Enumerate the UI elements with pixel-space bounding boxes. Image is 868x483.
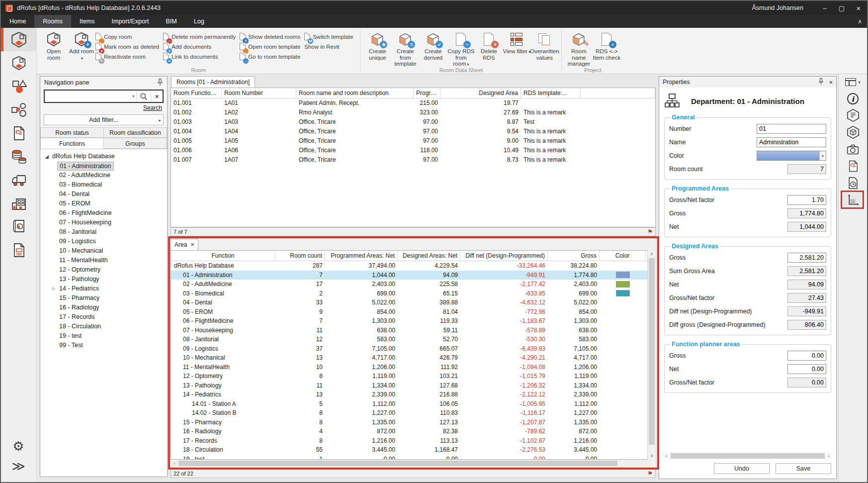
clear-search-icon[interactable]: × [151, 92, 163, 100]
attachments-tab[interactable] [839, 158, 867, 175]
tree-item-13-pathology[interactable]: 13 - Pathology [40, 275, 167, 284]
color-dropdown-icon[interactable]: ▾ [819, 151, 826, 160]
programmed-factor-input[interactable] [787, 195, 826, 205]
link-to-documents-button[interactable]: ∞Link to documents [163, 52, 236, 62]
view-filter-button[interactable]: View filter▾ [503, 30, 530, 56]
area-row[interactable]: 11 - MentalHealth101,206.00111.92-1,094.… [171, 363, 655, 372]
column-designed-net[interactable]: Designed Areas: Net [398, 251, 460, 261]
table-row[interactable]: 01.0011A01Patient Admin. Recept.215.0019… [171, 98, 655, 108]
tree-item-19-test[interactable]: 19 - test [40, 331, 167, 341]
sidebar-item-catalog[interactable] [1, 215, 36, 238]
sidebar-item-item-groups[interactable] [1, 98, 36, 121]
tab-room-status[interactable]: Room status [40, 127, 104, 138]
area-row[interactable]: 19 - test10.000.000.000.00 [171, 455, 655, 460]
collapsed-node-icon[interactable]: ▷ [50, 284, 57, 293]
scrollbar-thumb[interactable] [178, 461, 617, 466]
tree-item-04-dental[interactable]: 04 - Dental [40, 190, 167, 199]
tree-item-09-logistics[interactable]: 09 - Logistics [40, 237, 167, 246]
tree-item-99-test[interactable]: 99 - Test [40, 341, 167, 350]
tree-item-15-pharmacy[interactable]: 15 - Pharmacy [40, 293, 167, 303]
tab-groups[interactable]: Groups [104, 138, 167, 149]
tree-item-06-flightmedicine[interactable]: 06 - FlightMedicine [40, 208, 167, 218]
area-row[interactable]: 12 - Optometry81,119.00103.21-1,015.791,… [171, 372, 655, 381]
column-designed-area[interactable]: Designed Area [440, 88, 521, 98]
close-area-tab-icon[interactable]: × [190, 239, 194, 250]
flag-icon[interactable]: ⚑ [647, 228, 653, 235]
tab-room-classification[interactable]: Room classification [104, 127, 167, 138]
tree-item-14-pediatrics[interactable]: ▷14 - Pediatrics [40, 284, 167, 293]
minimize-button[interactable]: – [816, 4, 833, 12]
sidebar-item-logistics[interactable] [1, 168, 36, 192]
area-row[interactable]: 07 - Housekeeping11638.0059.11-578.89638… [171, 326, 655, 335]
tree-item-16-radiology[interactable]: 16 - Radiology [40, 303, 167, 312]
add-documents-button[interactable]: +Add documents [163, 42, 236, 52]
area-row[interactable]: 01 - Administration71,044.0094.09-949.91… [171, 271, 655, 280]
column-rds-template[interactable]: RDS template:... [521, 88, 581, 98]
scroll-right-icon[interactable]: › [825, 453, 833, 459]
switch-template-button[interactable]: ⇄Switch template [304, 32, 353, 42]
scrollbar-thumb[interactable] [649, 258, 655, 445]
tree-item-08-janitorial[interactable]: 08 - Janitorial [40, 227, 167, 237]
reactivate-room-button[interactable]: ↻Reactivate room [95, 52, 159, 62]
collapse-ribbon-icon[interactable]: ∧ [858, 15, 862, 28]
name-input[interactable] [757, 137, 826, 147]
menu-tab-bim[interactable]: BIM [158, 15, 185, 28]
info-tab[interactable]: i [839, 90, 867, 107]
scroll-left-icon[interactable]: ‹ [171, 461, 178, 466]
log-tab[interactable] [839, 175, 867, 192]
scrollbar-thumb[interactable] [671, 453, 825, 459]
column-function[interactable]: Function [171, 251, 275, 261]
maximize-button[interactable]: ▢ [833, 4, 850, 12]
area-row[interactable]: 15 - Pharmacy81,335.00127.13-1,207.871,3… [171, 418, 655, 427]
scroll-left-icon[interactable]: ‹ [663, 453, 671, 459]
column-programmed-net[interactable]: Programmed Areas: Net [325, 251, 398, 261]
area-row[interactable]: 16 - Radiology4872.0082.38-789.62872.00 [171, 427, 655, 436]
open-room-template-button[interactable]: Open room template [240, 42, 300, 52]
area-row[interactable]: dRofus Help Database28737,494.004,229.54… [171, 261, 655, 271]
tree-item-18-circulation[interactable]: 18 - Circulation [40, 322, 167, 331]
tree-item-02-adultmedicine[interactable]: 02 - AdultMedicine [40, 171, 167, 180]
search-dropdown-icon[interactable]: ▾ [130, 94, 136, 98]
items-tab[interactable] [839, 124, 867, 141]
column-room-number[interactable]: Room Number [222, 88, 296, 98]
table-row[interactable]: 01.0031A03Office, Tricare97.008.87Test [171, 117, 655, 127]
area-vertical-scrollbar[interactable]: ∧ ∨ [647, 250, 656, 460]
add-filter-button[interactable]: Add filter... ▾ [44, 114, 164, 125]
properties-horizontal-scrollbar[interactable]: ‹ › [663, 452, 833, 459]
overwritten-values-button[interactable]: Overwritten values [530, 30, 558, 61]
search-link[interactable]: Search [143, 104, 162, 111]
undo-button[interactable]: Undo [714, 463, 770, 474]
pin-icon[interactable] [157, 78, 163, 88]
rds-tab[interactable] [839, 107, 867, 124]
area-row[interactable]: 02 - AdultMedicine172,403.00225.58-2,177… [171, 280, 655, 289]
tab-area[interactable]: Area × [171, 239, 198, 250]
planner-gross-input[interactable] [787, 351, 826, 361]
room-name-manager-button[interactable]: ✎Room name manager [565, 30, 593, 67]
tree-item-05-erom[interactable]: 05 - EROM [40, 199, 167, 208]
show-deleted-rooms-button[interactable]: ×Show deleted rooms [240, 32, 300, 42]
menu-tab-items[interactable]: Items [71, 15, 103, 28]
area-row[interactable]: 03 - Biomedical2699.0065.15-633.85699.00 [171, 289, 655, 298]
go-to-room-template-button[interactable]: →Go to room template [240, 52, 300, 62]
column-color[interactable]: Color [600, 251, 646, 261]
close-button[interactable]: × [850, 4, 867, 12]
create-derived-button[interactable]: ✓Create derived [419, 30, 447, 61]
area-row[interactable]: 06 - FlightMedicine71,303.00119.33-1,183… [171, 316, 655, 326]
area-row[interactable]: 04 - Dental335,022.00389.88-4,632.125,02… [171, 298, 655, 307]
number-input[interactable] [757, 124, 826, 134]
tree-item-17-records[interactable]: 17 - Records [40, 312, 167, 322]
tab-rooms-administration[interactable]: Rooms [01 - Administration] [171, 76, 255, 88]
area-row[interactable]: 14 - Pediatrics132,339.00216.88-2,122.12… [171, 390, 655, 399]
snapshot-tab[interactable] [839, 141, 867, 158]
planner-net-input[interactable] [787, 364, 826, 374]
sidebar-item-items[interactable] [1, 75, 36, 98]
column-programmed-area[interactable]: Progra... [414, 88, 440, 98]
column-room-count[interactable]: Room count [275, 251, 325, 261]
area-row[interactable]: 10 - Mechanical134,717.00426.79-4,290.21… [171, 353, 655, 363]
add-room-button[interactable]: + Add room ▾ [68, 30, 95, 62]
tree-root[interactable]: ◢dRofus Help Database [40, 152, 167, 161]
menu-tab-rooms[interactable]: Rooms [34, 15, 71, 28]
save-button[interactable]: Save [776, 463, 831, 474]
delete-room-permanently-button[interactable]: −Delete room permanently [163, 32, 236, 42]
table-row[interactable]: 01.0021A02Rmo Analyst323.0027.69This is … [171, 108, 655, 117]
